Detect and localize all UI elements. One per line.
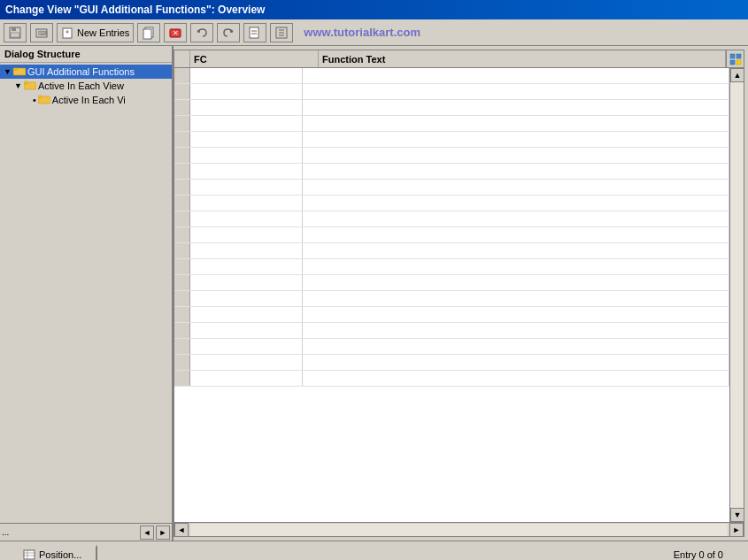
table-row[interactable] [174, 100, 729, 116]
cell-function-text[interactable] [303, 84, 729, 99]
cell-fc[interactable] [190, 243, 303, 258]
cell-function-text[interactable] [303, 275, 729, 290]
cell-fc[interactable] [190, 84, 303, 99]
cell-function-text[interactable] [303, 211, 729, 226]
row-selector [174, 355, 190, 370]
cell-function-text[interactable] [303, 259, 729, 274]
redo-icon [221, 26, 235, 40]
cell-fc[interactable] [190, 371, 303, 386]
tree-item-gui-additional-functions[interactable]: ▼ GUI Additional Functions [0, 65, 172, 79]
new-entries-label: New Entries [77, 27, 129, 38]
table-row[interactable] [174, 371, 729, 387]
table-row[interactable] [174, 180, 729, 196]
cell-fc[interactable] [190, 227, 303, 242]
table-row[interactable] [174, 259, 729, 275]
table-row[interactable] [174, 323, 729, 339]
cell-fc[interactable] [190, 116, 303, 131]
scroll-track [730, 82, 744, 508]
scroll-right-button[interactable]: ► [729, 523, 744, 537]
table-row[interactable] [174, 355, 729, 371]
cell-fc[interactable] [190, 100, 303, 115]
new-entries-button[interactable]: New Entries [57, 23, 134, 42]
svg-rect-1 [12, 27, 16, 31]
undo-button[interactable] [190, 23, 213, 42]
toolbar: ⌨ New Entries ✕ [0, 19, 748, 46]
vertical-scrollbar[interactable]: ▲ ▼ [729, 68, 744, 522]
horizontal-scrollbar[interactable]: ◄ ► [174, 522, 744, 536]
cell-fc[interactable] [190, 68, 303, 83]
redo-button[interactable] [217, 23, 240, 42]
cell-fc[interactable] [190, 291, 303, 306]
row-selector [174, 339, 190, 354]
cell-fc[interactable] [190, 355, 303, 370]
cell-fc[interactable] [190, 323, 303, 338]
cell-function-text[interactable] [303, 116, 729, 131]
more-button[interactable] [270, 23, 293, 42]
cell-function-text[interactable] [303, 68, 729, 83]
cell-function-text[interactable] [303, 355, 729, 370]
table-row[interactable] [174, 132, 729, 148]
cell-function-text[interactable] [303, 291, 729, 306]
table-row[interactable] [174, 227, 729, 243]
table-row[interactable] [174, 164, 729, 180]
table-row[interactable] [174, 68, 729, 84]
delete-button[interactable]: ✕ [164, 23, 187, 42]
shortcut-button[interactable]: ⌨ [30, 23, 53, 42]
cell-fc[interactable] [190, 196, 303, 211]
column-header-function-text[interactable]: Function Text [319, 50, 726, 67]
cell-function-text[interactable] [303, 164, 729, 179]
table-row[interactable] [174, 116, 729, 132]
save-button[interactable] [4, 23, 27, 42]
title-text: Change View "GUI Additional Functions": … [5, 4, 265, 16]
cell-fc[interactable] [190, 211, 303, 226]
position-button[interactable]: Position... [7, 545, 97, 561]
svg-rect-26 [38, 96, 42, 98]
cell-function-text[interactable] [303, 227, 729, 242]
table-row[interactable] [174, 339, 729, 355]
row-selector [174, 307, 190, 322]
tree-item-active-in-each-vi[interactable]: ▶ • Active In Each Vi [0, 93, 172, 107]
cell-function-text[interactable] [303, 196, 729, 211]
cell-fc[interactable] [190, 339, 303, 354]
nav-prev-button[interactable]: ◄ [140, 525, 154, 540]
cell-function-text[interactable] [303, 323, 729, 338]
row-selector [174, 291, 190, 306]
table-row[interactable] [174, 196, 729, 211]
table-row[interactable] [174, 243, 729, 259]
nav-next-button[interactable]: ► [156, 525, 170, 540]
delete-icon: ✕ [168, 26, 182, 40]
copy-row-button[interactable] [137, 23, 160, 42]
tree-area: ▼ GUI Additional Functions ▼ [0, 63, 172, 523]
cell-fc[interactable] [190, 164, 303, 179]
tree-item-label-3: Active In Each Vi [52, 95, 126, 105]
cell-fc[interactable] [190, 180, 303, 195]
cell-function-text[interactable] [303, 148, 729, 163]
cell-function-text[interactable] [303, 243, 729, 258]
svg-rect-31 [24, 550, 35, 559]
cell-function-text[interactable] [303, 371, 729, 386]
table-row[interactable] [174, 148, 729, 164]
cell-function-text[interactable] [303, 307, 729, 322]
scroll-down-button[interactable]: ▼ [730, 508, 744, 522]
cell-function-text[interactable] [303, 339, 729, 354]
cell-fc[interactable] [190, 148, 303, 163]
scroll-up-button[interactable]: ▲ [730, 68, 744, 82]
table-row[interactable] [174, 84, 729, 100]
cell-function-text[interactable] [303, 100, 729, 115]
table-row[interactable] [174, 275, 729, 291]
cell-function-text[interactable] [303, 180, 729, 195]
cell-fc[interactable] [190, 275, 303, 290]
cell-fc[interactable] [190, 259, 303, 274]
table-row[interactable] [174, 211, 729, 227]
tree-item-active-in-each-view[interactable]: ▼ Active In Each View [0, 79, 172, 93]
scroll-left-button[interactable]: ◄ [174, 523, 189, 537]
page-button[interactable] [243, 23, 266, 42]
table-grid-button[interactable] [726, 50, 744, 68]
table-row[interactable] [174, 291, 729, 307]
row-selector [174, 116, 190, 131]
cell-function-text[interactable] [303, 132, 729, 147]
cell-fc[interactable] [190, 307, 303, 322]
table-row[interactable] [174, 307, 729, 323]
column-header-fc[interactable]: FC [190, 50, 319, 67]
cell-fc[interactable] [190, 132, 303, 147]
